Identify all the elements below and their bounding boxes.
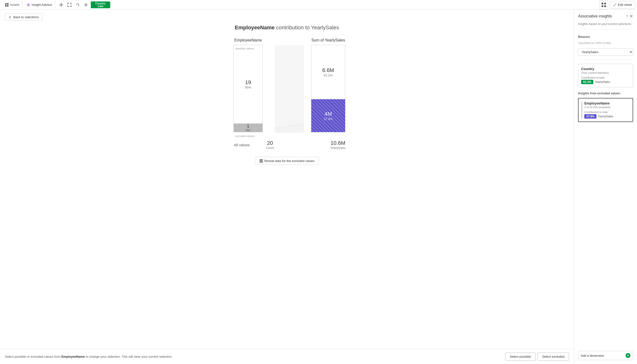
all-count-sub: Count (266, 146, 274, 150)
country-badge-field: YearlySales (595, 80, 610, 84)
country-insight-card[interactable]: Country (Your current selection) Contrib… (578, 64, 633, 87)
svg-rect-19 (604, 3, 606, 4)
measure-sub: Calculated on 100% of data (578, 42, 633, 44)
svg-rect-2 (5, 5, 7, 6)
grid-icon (5, 3, 9, 7)
bottom-actions: Select possible Select excluded (505, 352, 569, 360)
svg-rect-18 (601, 3, 603, 4)
svg-point-17 (85, 4, 87, 6)
svg-marker-22 (275, 45, 304, 128)
tab-insight-advisor[interactable]: Insight Advisor (24, 0, 55, 10)
svg-rect-13 (68, 5, 68, 7)
svg-rect-7 (61, 3, 61, 7)
reveal-row: Reveal data for the excluded values (7, 157, 567, 165)
bottom-text-field: EmployeeName (61, 355, 85, 358)
sales-excluded-pct: 37.8% (324, 117, 333, 121)
edit-sheet-button[interactable]: Edit sheet (610, 1, 635, 9)
employee-badge: 37.8% (584, 114, 596, 118)
triangle-svg (275, 45, 304, 133)
panel-header: Associative insights ? ✕ (578, 14, 633, 19)
svg-rect-15 (71, 5, 71, 7)
sales-possible-pct: 62.2% (324, 74, 333, 77)
possible-bar: possible values 19 95% (233, 45, 263, 124)
chart-area: EmployeeName contribution to YearlySales… (0, 24, 574, 349)
measure-label: Measure (578, 35, 633, 38)
possible-label: possible values (236, 47, 254, 50)
employee-contribution-row: 37.8% YearlySales (584, 114, 630, 118)
excluded-label: excluded values (235, 134, 255, 138)
panel-spacer (578, 125, 633, 348)
employee-card-content: EmployeeName 1 of 20 (5% excluded) Contr… (584, 101, 630, 118)
employee-badge-field: YearlySales (598, 115, 613, 118)
country-card-title: Country (581, 67, 630, 71)
topbar: Assets Insight Advisor Country CAN (0, 0, 637, 10)
svg-rect-21 (604, 5, 606, 7)
tab-assets[interactable]: Assets (2, 0, 23, 10)
grid-view-btn[interactable] (599, 0, 608, 9)
settings-btn[interactable] (82, 1, 90, 9)
sparkle-icon (27, 3, 30, 7)
selection-pill[interactable]: Country CAN (91, 2, 110, 8)
bottom-bar: Select possible or excluded values from … (0, 349, 574, 364)
edit-sheet-label: Edit sheet (618, 3, 632, 6)
divider-2 (578, 60, 633, 60)
employee-card-bar (581, 101, 582, 118)
pill-field: Country (95, 2, 105, 5)
bottom-text: Select possible or excluded values from … (5, 355, 500, 358)
svg-rect-1 (7, 3, 9, 4)
topbar-icons (57, 1, 90, 9)
chart-title-text: contribution to (276, 24, 311, 30)
close-button[interactable]: ✕ (629, 14, 633, 19)
reveal-excluded-button[interactable]: Reveal data for the excluded values (255, 157, 319, 165)
select-possible-button[interactable]: Select possible (505, 352, 535, 360)
employee-card-inner: EmployeeName 1 of 20 (5% excluded) Contr… (581, 101, 630, 118)
middle-connector (275, 38, 304, 133)
add-dimension-button[interactable]: Add a dimension + (578, 351, 633, 360)
svg-point-5 (28, 4, 29, 5)
back-button-label: Back to selections (13, 15, 39, 19)
possible-count: 19 (245, 79, 251, 86)
panel-title: Associative insights (578, 14, 612, 18)
rotate-btn[interactable] (74, 1, 82, 9)
country-contribution-label: Contribution to total (581, 76, 630, 79)
all-values-row: All values: 20 Count 10.6M YearlySales (7, 140, 567, 150)
sales-col: Sum of YearlySales 6.6M 62.2% 4M 37.8% (304, 38, 353, 132)
reveal-btn-label: Reveal data for the excluded values (264, 159, 314, 163)
main-layout: Back to selections EmployeeName contribu… (0, 10, 637, 364)
sales-possible-bar: 6.6M 62.2% (311, 45, 345, 99)
svg-rect-20 (601, 5, 603, 7)
country-contribution-row: 62.2% YearlySales (581, 80, 630, 84)
panel-subtitle: Insights based on your current selection… (578, 22, 633, 26)
table-icon (259, 159, 263, 163)
possible-pct: 95% (245, 86, 251, 89)
employee-insight-card[interactable]: EmployeeName 1 of 20 (5% excluded) Contr… (578, 98, 633, 122)
topbar-left: Assets Insight Advisor (2, 0, 55, 10)
employee-col-header: EmployeeName (234, 38, 262, 42)
sales-possible-val: 6.6M (323, 67, 334, 74)
svg-rect-25 (259, 159, 263, 160)
country-card-sub: (Your current selection) (581, 71, 630, 74)
excluded-bar: 1 5% excluded values (233, 124, 263, 132)
chart-title: EmployeeName contribution to YearlySales (7, 24, 567, 31)
chart-columns: EmployeeName possible values 19 95% 1 5%… (7, 38, 567, 133)
tab-assets-label: Assets (10, 3, 20, 6)
panel-header-buttons: ? ✕ (626, 14, 633, 19)
expand-btn[interactable] (66, 1, 73, 9)
zoom-in-btn[interactable] (57, 1, 65, 9)
pill-value: CAN (98, 5, 103, 8)
bottom-text-part2: to change your selection. This will clea… (86, 355, 172, 358)
add-icon: + (625, 353, 630, 358)
select-excluded-button[interactable]: Select excluded (537, 352, 569, 360)
chart-title-measure: YearlySales (311, 24, 339, 30)
sales-excluded-val: 4M (325, 111, 332, 117)
measure-select[interactable]: YearlySales (578, 48, 633, 56)
right-panel: Associative insights ? ✕ Insights based … (574, 10, 637, 364)
svg-rect-9 (68, 3, 68, 4)
help-button[interactable]: ? (626, 14, 628, 19)
excluded-pct: 5% (246, 129, 250, 132)
sales-col-header: Sum of YearlySales (311, 38, 345, 42)
back-to-selections-button[interactable]: Back to selections (5, 14, 43, 20)
country-badge: 62.2% (581, 80, 593, 84)
svg-rect-3 (7, 5, 9, 6)
all-count-block: 20 Count (255, 140, 284, 150)
